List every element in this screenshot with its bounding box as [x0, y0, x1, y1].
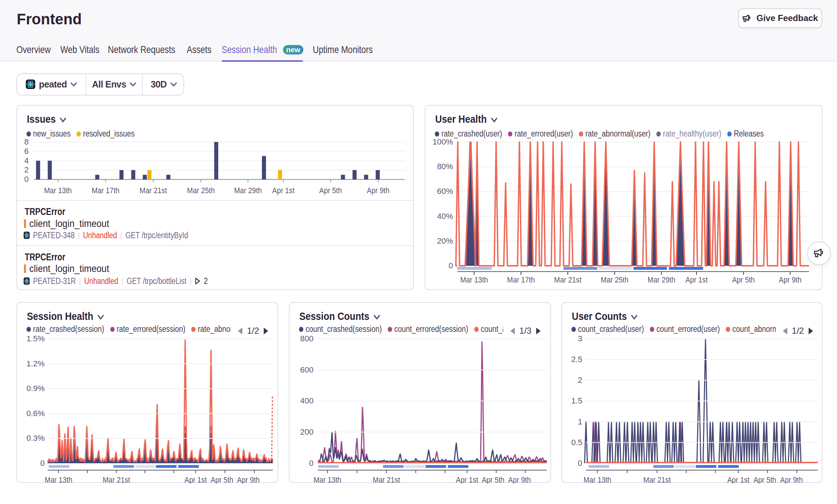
svg-text:0.9%: 0.9%	[27, 384, 45, 393]
svg-text:1.2%: 1.2%	[27, 359, 45, 368]
svg-text:Mar 13th: Mar 13th	[44, 186, 72, 195]
svg-text:Mar 13th: Mar 13th	[314, 475, 341, 484]
svg-text:0.6%: 0.6%	[27, 409, 45, 418]
svg-text:Apr 1st: Apr 1st	[272, 186, 294, 195]
svg-text:Apr 5th: Apr 5th	[753, 475, 776, 484]
svg-text:2: 2	[578, 375, 582, 385]
svg-text:Mar 29th: Mar 29th	[647, 275, 675, 284]
svg-text:0: 0	[578, 459, 582, 468]
svg-text:4: 4	[24, 156, 29, 165]
svg-text:Apr 9th: Apr 9th	[779, 275, 801, 284]
svg-text:Mar 21st: Mar 21st	[140, 186, 167, 195]
svg-text:Mar 21st: Mar 21st	[103, 475, 130, 484]
svg-text:Mar 21st: Mar 21st	[373, 475, 400, 484]
svg-text:Mar 13th: Mar 13th	[45, 475, 72, 484]
svg-text:1: 1	[578, 417, 582, 426]
svg-text:Apr 5th: Apr 5th	[482, 475, 504, 484]
svg-text:0: 0	[309, 459, 313, 468]
svg-text:40%: 40%	[437, 212, 453, 221]
svg-text:Apr 9th: Apr 9th	[780, 475, 802, 484]
svg-text:Mar 21st: Mar 21st	[554, 275, 581, 284]
svg-text:Apr 9th: Apr 9th	[508, 475, 530, 484]
svg-text:80%: 80%	[437, 162, 453, 171]
svg-text:Mar 13th: Mar 13th	[583, 475, 611, 484]
svg-text:200: 200	[300, 427, 314, 436]
svg-text:600: 600	[300, 365, 314, 374]
svg-text:8: 8	[24, 137, 29, 146]
svg-text:Apr 1st: Apr 1st	[685, 275, 707, 284]
svg-text:Mar 25th: Mar 25th	[187, 186, 215, 195]
svg-text:Apr 1st: Apr 1st	[185, 475, 207, 484]
svg-text:Apr 9th: Apr 9th	[367, 186, 389, 195]
svg-text:Apr 9th: Apr 9th	[237, 475, 259, 484]
svg-text:1.5%: 1.5%	[27, 334, 45, 343]
svg-text:0.5: 0.5	[571, 438, 582, 447]
svg-text:Apr 5th: Apr 5th	[319, 186, 342, 195]
svg-text:Mar 17th: Mar 17th	[92, 186, 119, 195]
svg-text:0: 0	[448, 261, 453, 270]
svg-text:Mar 21st: Mar 21st	[643, 475, 671, 484]
svg-text:Apr 1st: Apr 1st	[456, 475, 478, 484]
svg-text:2: 2	[24, 166, 29, 175]
svg-text:0: 0	[24, 175, 29, 184]
svg-text:0.3%: 0.3%	[27, 434, 45, 443]
svg-text:Apr 5th: Apr 5th	[732, 275, 755, 284]
svg-text:Mar 13th: Mar 13th	[460, 275, 488, 284]
svg-text:60%: 60%	[437, 187, 453, 196]
svg-text:20%: 20%	[437, 236, 453, 245]
svg-text:400: 400	[300, 396, 314, 405]
svg-text:Mar 25th: Mar 25th	[601, 275, 628, 284]
svg-text:800: 800	[300, 334, 314, 343]
svg-text:3: 3	[578, 334, 582, 343]
svg-text:Apr 5th: Apr 5th	[211, 475, 233, 484]
svg-text:Apr 1st: Apr 1st	[727, 475, 749, 484]
svg-text:0: 0	[40, 459, 45, 468]
svg-text:Mar 29th: Mar 29th	[234, 186, 262, 195]
svg-text:100%: 100%	[432, 137, 453, 146]
svg-text:6: 6	[24, 147, 29, 156]
svg-text:2.5: 2.5	[571, 355, 582, 364]
svg-text:1.5: 1.5	[571, 396, 582, 405]
svg-text:Mar 17th: Mar 17th	[507, 275, 534, 284]
